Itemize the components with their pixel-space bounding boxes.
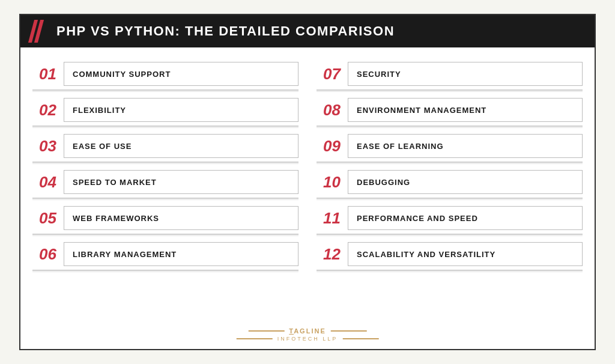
item-box: PERFORMANCE AND SPEED <box>348 206 583 230</box>
item-number: 09 <box>317 137 348 156</box>
item-box: SPEED TO MARKET <box>64 170 298 194</box>
page-title: PHP VS PYTHON: THE DETAILED COMPARISON <box>56 23 395 38</box>
item-number: 07 <box>317 65 348 83</box>
item-number: 03 <box>32 137 64 156</box>
list-item: 04 SPEED TO MARKET <box>32 166 298 199</box>
item-number: 01 <box>32 65 64 83</box>
item-label: COMMUNITY SUPPORT <box>73 70 171 79</box>
item-label: ENVIRONMENT MANAGEMENT <box>357 106 486 115</box>
item-box: EASE OF USE <box>64 134 298 158</box>
list-item: 06 LIBRARY MANAGEMENT <box>32 238 298 271</box>
right-column: 07 SECURITY 08 ENVIRONMENT MANAGEMENT 09… <box>308 58 583 275</box>
footer-divider-left <box>248 330 284 332</box>
item-number: 08 <box>317 101 348 120</box>
comparison-grid: 01 COMMUNITY SUPPORT 02 FLEXIBILITY 03 E… <box>20 53 595 275</box>
item-box: LIBRARY MANAGEMENT <box>64 242 298 266</box>
item-label: SPEED TO MARKET <box>73 178 157 187</box>
item-label: PERFORMANCE AND SPEED <box>357 214 478 223</box>
item-box: SECURITY <box>348 62 583 86</box>
list-item: 10 DEBUGGING <box>317 166 583 199</box>
item-box: WEB FRAMEWORKS <box>64 206 298 230</box>
item-number: 12 <box>317 245 348 264</box>
item-number: 04 <box>32 173 64 192</box>
item-box: EASE OF LEARNING <box>348 134 583 158</box>
footer-sub-divider-right <box>342 338 378 339</box>
item-number: 05 <box>32 209 64 228</box>
list-item: 01 COMMUNITY SUPPORT <box>32 58 298 91</box>
item-label: SECURITY <box>357 70 401 79</box>
list-item: 07 SECURITY <box>317 58 583 91</box>
list-item: 09 EASE OF LEARNING <box>317 130 583 163</box>
list-item: 08 ENVIRONMENT MANAGEMENT <box>317 94 583 127</box>
item-label: FLEXIBILITY <box>73 106 126 115</box>
item-number: 06 <box>32 245 64 264</box>
item-label: DEBUGGING <box>357 178 410 187</box>
list-item: 03 EASE OF USE <box>32 130 298 163</box>
left-column: 01 COMMUNITY SUPPORT 02 FLEXIBILITY 03 E… <box>32 58 308 275</box>
item-label: EASE OF USE <box>73 142 132 151</box>
item-label: EASE OF LEARNING <box>357 142 444 151</box>
item-number: 11 <box>317 209 348 228</box>
list-item: 11 PERFORMANCE AND SPEED <box>317 202 583 235</box>
list-item: 12 SCALABILITY AND VERSATILITY <box>317 238 583 271</box>
item-box: ENVIRONMENT MANAGEMENT <box>348 98 583 122</box>
item-box: COMMUNITY SUPPORT <box>64 62 298 86</box>
list-item: 02 FLEXIBILITY <box>32 94 298 127</box>
footer: TAGLINE INFOTECH LLP <box>237 327 379 342</box>
item-box: FLEXIBILITY <box>64 98 298 122</box>
item-label: WEB FRAMEWORKS <box>73 214 159 223</box>
list-item: 05 WEB FRAMEWORKS <box>32 202 298 235</box>
item-box: DEBUGGING <box>348 170 583 194</box>
main-container: PHP VS PYTHON: THE DETAILED COMPARISON 0… <box>19 14 596 350</box>
footer-brand-line: TAGLINE <box>248 327 366 335</box>
brand-sub: INFOTECH LLP <box>277 336 338 342</box>
item-label: SCALABILITY AND VERSATILITY <box>357 250 495 259</box>
header-bar: PHP VS PYTHON: THE DETAILED COMPARISON <box>20 15 595 47</box>
decorative-slashes <box>31 20 41 43</box>
item-label: LIBRARY MANAGEMENT <box>73 250 177 259</box>
footer-sub-line: INFOTECH LLP <box>237 336 379 342</box>
footer-divider-right <box>331 330 367 332</box>
item-number: 02 <box>32 101 64 120</box>
item-number: 10 <box>317 173 348 192</box>
item-box: SCALABILITY AND VERSATILITY <box>348 242 583 266</box>
brand-name: TAGLINE <box>289 327 326 335</box>
footer-sub-divider-left <box>237 338 273 339</box>
